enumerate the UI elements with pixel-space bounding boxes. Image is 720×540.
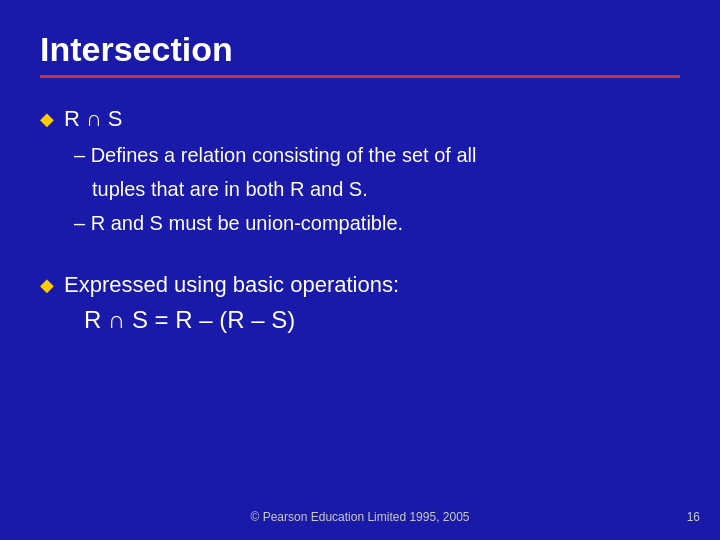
sub-bullet-line-1b: tuples that are in both R and S. xyxy=(92,174,680,204)
bullet-item-1: ◆ R ∩ S – Defines a relation consisting … xyxy=(40,106,680,242)
footer-copyright: © Pearson Education Limited 1995, 2005 xyxy=(0,510,720,524)
expressed-title: Expressed using basic operations: xyxy=(64,272,680,298)
intersect-symbol-1: ∩ xyxy=(86,106,102,132)
bullet-content-1: R ∩ S – Defines a relation consisting of… xyxy=(64,106,680,242)
bullet-title-1: R ∩ S xyxy=(64,106,680,132)
sub-bullet-line-1a: – Defines a relation consisting of the s… xyxy=(74,140,680,170)
slide-title: Intersection xyxy=(40,30,680,69)
sub-bullet-line-2: – R and S must be union-compatible. xyxy=(74,208,680,238)
s-label: S xyxy=(108,106,123,132)
expressed-content: Expressed using basic operations: R ∩ S … xyxy=(64,272,680,334)
sub-bullet-group-1: – Defines a relation consisting of the s… xyxy=(74,140,680,238)
page-number: 16 xyxy=(687,510,700,524)
bullet-diamond-1: ◆ xyxy=(40,108,54,130)
bullet-item-2: ◆ Expressed using basic operations: R ∩ … xyxy=(40,272,680,334)
formula-line: R ∩ S = R – (R – S) xyxy=(84,306,680,334)
bullet-diamond-2: ◆ xyxy=(40,274,54,296)
title-divider xyxy=(40,75,680,78)
slide-container: Intersection ◆ R ∩ S – Defines a relatio… xyxy=(0,0,720,540)
content-section: ◆ R ∩ S – Defines a relation consisting … xyxy=(40,106,680,334)
title-section: Intersection xyxy=(40,30,680,78)
r-label: R xyxy=(64,106,80,132)
